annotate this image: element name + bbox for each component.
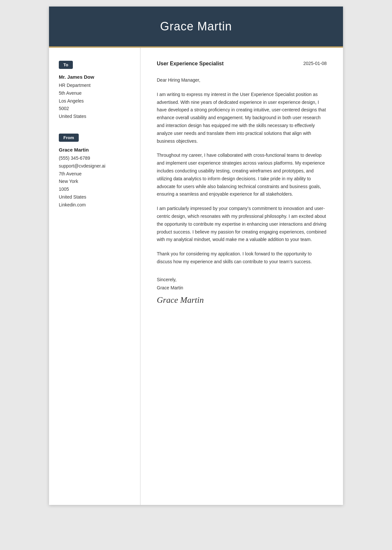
cover-letter-page: Grace Martin To Mr. James Dow HR Departm…	[49, 7, 343, 505]
sender-line1: 7th Avenue	[59, 170, 130, 178]
sender-name: Grace Martin	[59, 147, 130, 153]
closing-word: Sincerely,	[157, 276, 327, 284]
paragraph-3: I am particularly impressed by your comp…	[157, 205, 327, 244]
sender-line3: 1005	[59, 186, 130, 193]
paragraph-2: Throughout my career, I have collaborate…	[157, 152, 327, 198]
paragraph-4: Thank you for considering my application…	[157, 250, 327, 266]
to-badge: To	[59, 61, 73, 69]
letter-header: User Experience Specialist 2025-01-08	[157, 61, 327, 67]
sender-phone: (555) 345-6789	[59, 154, 130, 162]
letter-main: User Experience Specialist 2025-01-08 De…	[140, 48, 343, 505]
sender-email: support@cvdesigner.ai	[59, 162, 130, 170]
signature: Grace Martin	[157, 295, 327, 305]
paragraph-1: I am writing to express my interest in t…	[157, 91, 327, 145]
sender-line5: Linkedin.com	[59, 201, 130, 209]
sender-line4: United States	[59, 193, 130, 201]
applicant-name: Grace Martin	[56, 20, 336, 33]
recipient-line1: HR Department	[59, 82, 130, 89]
letter-date: 2025-01-08	[303, 61, 327, 66]
sidebar: To Mr. James Dow HR Department 5th Avenu…	[49, 48, 140, 505]
from-badge: From	[59, 134, 79, 142]
recipient-line4: 5002	[59, 105, 130, 113]
recipient-line2: 5th Avenue	[59, 89, 130, 97]
recipient-name: Mr. James Dow	[59, 74, 130, 80]
sender-line2: New York	[59, 178, 130, 186]
page-header: Grace Martin	[49, 7, 343, 46]
closing-section: Sincerely, Grace Martin	[157, 276, 327, 292]
recipient-line5: United States	[59, 113, 130, 121]
closing-name: Grace Martin	[157, 284, 327, 292]
salutation: Dear Hiring Manager,	[157, 76, 327, 84]
to-section: To Mr. James Dow HR Department 5th Avenu…	[59, 61, 130, 121]
letter-body: Dear Hiring Manager, I am writing to exp…	[157, 76, 327, 305]
content-area: To Mr. James Dow HR Department 5th Avenu…	[49, 48, 343, 505]
from-section: From Grace Martin (555) 345-6789 support…	[59, 134, 130, 209]
recipient-line3: Los Angeles	[59, 97, 130, 105]
job-title: User Experience Specialist	[157, 61, 224, 67]
